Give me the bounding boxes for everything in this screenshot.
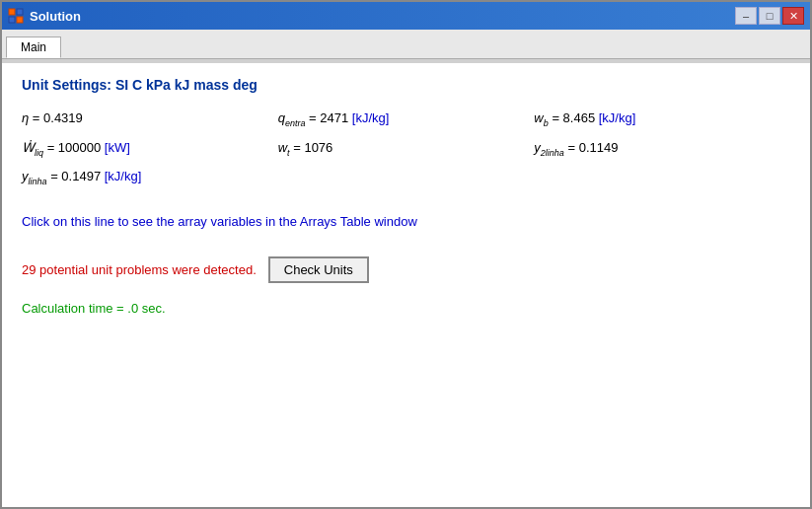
var-wt: wt = 1076 <box>278 140 535 158</box>
title-bar-buttons: – □ ✕ <box>735 7 804 25</box>
svg-rect-2 <box>9 17 15 23</box>
close-button[interactable]: ✕ <box>782 7 804 25</box>
title-bar: Solution – □ ✕ <box>2 2 810 30</box>
unit-problems-text: 29 potential unit problems were detected… <box>22 262 257 277</box>
tab-bar: Main <box>2 30 810 59</box>
minimize-button[interactable]: – <box>735 7 757 25</box>
var-wliq: Ẇliq = 100000 [kW] <box>22 140 278 158</box>
title-bar-left: Solution <box>8 8 81 24</box>
content-area: Unit Settings: SI C kPa kJ mass deg η = … <box>2 63 810 507</box>
svg-rect-0 <box>9 9 15 15</box>
array-link[interactable]: Click on this line to see the array vari… <box>22 214 790 229</box>
solution-icon <box>8 8 24 24</box>
var-eta: η = 0.4319 <box>22 110 278 128</box>
var-ylinha: ylinha = 0.1497 [kJ/kg] <box>22 169 278 186</box>
unit-settings: Unit Settings: SI C kPa kJ mass deg <box>22 77 790 93</box>
var-q-entra: qentra = 2471 [kJ/kg] <box>278 110 535 128</box>
maximize-button[interactable]: □ <box>759 7 780 25</box>
tab-main[interactable]: Main <box>6 36 61 58</box>
calc-time: Calculation time = .0 sec. <box>22 301 790 316</box>
var-wb: wb = 8.465 [kJ/kg] <box>534 110 790 128</box>
solution-window: Solution – □ ✕ Main Unit Settings: SI C … <box>0 0 812 509</box>
svg-rect-3 <box>17 17 23 23</box>
var-y2linha: y2linha = 0.1149 <box>534 140 790 158</box>
check-units-button[interactable]: Check Units <box>268 256 369 283</box>
unit-problems-row: 29 potential unit problems were detected… <box>22 256 790 283</box>
window-title: Solution <box>30 9 81 24</box>
svg-rect-1 <box>17 9 23 15</box>
